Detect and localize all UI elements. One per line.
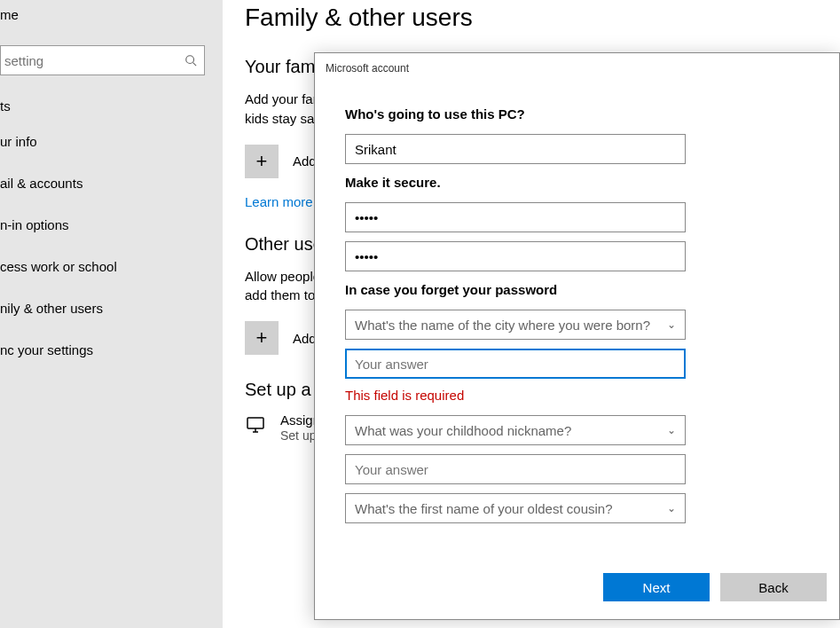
- search-box[interactable]: [0, 45, 205, 75]
- sidebar-home[interactable]: me: [0, 0, 223, 29]
- microsoft-account-dialog: Microsoft account Who's going to use thi…: [314, 52, 840, 620]
- password-field[interactable]: •••••: [345, 202, 686, 232]
- settings-sidebar: me ts ur info ail & accounts n-in option…: [0, 0, 223, 628]
- question-forget-password: In case you forget your password: [345, 282, 809, 297]
- svg-point-0: [186, 56, 194, 64]
- sidebar-item-sync-settings[interactable]: nc your settings: [0, 329, 223, 371]
- security-question-2-value: What was your childhood nickname?: [355, 423, 571, 438]
- search-input[interactable]: [4, 53, 184, 68]
- plus-icon: +: [245, 321, 279, 355]
- username-field[interactable]: [345, 134, 686, 164]
- sidebar-item-family-other-users[interactable]: nily & other users: [0, 287, 223, 329]
- password-mask: •••••: [355, 210, 378, 225]
- security-question-3-value: What's the first name of your oldest cou…: [355, 501, 613, 516]
- security-question-3-select[interactable]: What's the first name of your oldest cou…: [345, 493, 686, 523]
- page-title: Family & other users: [245, 4, 840, 32]
- security-answer-1-field[interactable]: [345, 349, 686, 379]
- security-answer-2-input[interactable]: [355, 462, 676, 477]
- question-who-uses-pc: Who's going to use this PC?: [345, 106, 809, 122]
- search-icon: [184, 54, 197, 67]
- chevron-down-icon: ⌄: [667, 502, 676, 514]
- monitor-icon: [245, 414, 266, 436]
- sidebar-section-header: ts: [0, 91, 223, 121]
- security-answer-1-input[interactable]: [355, 357, 676, 372]
- svg-rect-2: [247, 418, 263, 428]
- chevron-down-icon: ⌄: [667, 424, 676, 436]
- password-mask: •••••: [355, 249, 378, 264]
- svg-line-1: [193, 63, 197, 67]
- chevron-down-icon: ⌄: [667, 318, 676, 331]
- security-question-1-value: What's the name of the city where you we…: [355, 318, 650, 333]
- sidebar-item-email-accounts[interactable]: ail & accounts: [0, 162, 223, 204]
- dialog-title: Microsoft account: [315, 53, 839, 80]
- confirm-password-field[interactable]: •••••: [345, 241, 686, 271]
- security-answer-2-field[interactable]: [345, 454, 686, 484]
- question-make-secure: Make it secure.: [345, 175, 809, 190]
- sidebar-item-signin-options[interactable]: n-in options: [0, 204, 223, 246]
- next-button[interactable]: Next: [603, 573, 710, 601]
- plus-icon: +: [245, 145, 279, 178]
- sidebar-item-access-work-school[interactable]: cess work or school: [0, 246, 223, 287]
- dialog-footer: Next Back: [603, 573, 827, 601]
- validation-error: This field is required: [345, 388, 809, 403]
- username-input[interactable]: [355, 142, 676, 157]
- security-question-2-select[interactable]: What was your childhood nickname? ⌄: [345, 415, 686, 445]
- security-question-1-select[interactable]: What's the name of the city where you we…: [345, 310, 686, 340]
- sidebar-item-your-info[interactable]: ur info: [0, 121, 223, 162]
- back-button[interactable]: Back: [720, 573, 827, 601]
